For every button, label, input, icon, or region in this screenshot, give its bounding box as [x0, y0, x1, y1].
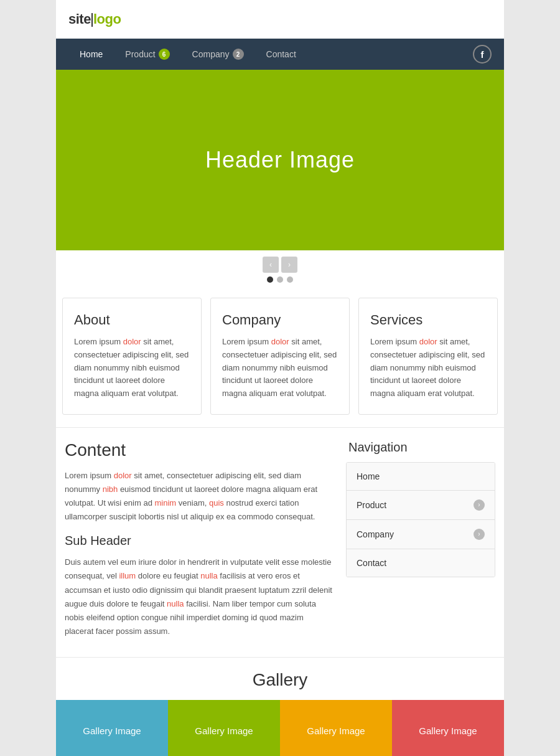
card-services-link[interactable]: dolor: [419, 337, 437, 346]
sidebar-item-company-chevron: ›: [474, 529, 485, 540]
gallery-item-2[interactable]: Gallery Image: [168, 700, 280, 756]
sidebar-item-company-label: Company: [357, 529, 394, 539]
content-link[interactable]: dolor: [114, 471, 132, 480]
gallery-item-3-label: Gallery Image: [307, 725, 365, 736]
content-title: Content: [65, 440, 334, 460]
card-about-link[interactable]: dolor: [123, 337, 141, 346]
page-wrapper: sitelogo Home Product 6 Company 2 Contac…: [56, 0, 504, 756]
sidebar-nav-list: Home Product › Company › Contact: [346, 462, 495, 577]
facebook-icon[interactable]: f: [473, 45, 492, 64]
nav-item-contact[interactable]: Contact: [255, 39, 307, 69]
sidebar-item-home-label: Home: [357, 471, 380, 481]
sidebar-item-product[interactable]: Product ›: [347, 491, 495, 520]
sidebar-nav-title: Navigation: [346, 440, 495, 455]
hero-title: Header Image: [205, 147, 355, 173]
sidebar-item-contact-label: Contact: [357, 558, 386, 568]
slider-arrows: ‹ ›: [263, 257, 297, 273]
site-header: sitelogo: [56, 0, 504, 39]
slider-controls: ‹ ›: [56, 250, 504, 291]
nav-badge-company: 2: [233, 49, 244, 60]
card-about-text: Lorem ipsum dolor sit amet, consectetuer…: [74, 336, 190, 400]
nav-item-product[interactable]: Product 6: [114, 39, 180, 70]
gallery-item-1[interactable]: Gallery Image: [56, 700, 168, 756]
subheader-text: Duis autem vel eum iriure dolor in hendr…: [65, 555, 334, 638]
content-link4[interactable]: quis: [209, 498, 224, 508]
gallery-item-4[interactable]: Gallery Image: [392, 700, 504, 756]
subheader-link3[interactable]: nulla: [167, 599, 184, 608]
nav-items: Home Product 6 Company 2 Contact: [68, 39, 473, 70]
gallery-item-3[interactable]: Gallery Image: [280, 700, 392, 756]
slider-dot-2[interactable]: [277, 276, 283, 283]
gallery-grid: Gallery Image Gallery Image Gallery Imag…: [56, 700, 504, 756]
card-company: Company Lorem ipsum dolor sit amet, cons…: [210, 298, 350, 415]
gallery-item-1-label: Gallery Image: [83, 725, 141, 736]
content-text: Lorem ipsum dolor sit amet, consectetuer…: [65, 469, 334, 524]
nav-item-company-label: Company: [192, 49, 230, 59]
subheader-link1[interactable]: illum: [119, 571, 136, 580]
logo-text: site: [68, 11, 91, 27]
card-services: Services Lorem ipsum dolor sit amet, con…: [358, 298, 498, 415]
sidebar-item-product-label: Product: [357, 500, 386, 510]
nav-item-company[interactable]: Company 2: [181, 39, 255, 70]
main-nav: Home Product 6 Company 2 Contact f: [56, 39, 504, 70]
nav-item-contact-label: Contact: [266, 49, 296, 59]
content-section: Content Lorem ipsum dolor sit amet, cons…: [56, 427, 504, 657]
card-services-text: Lorem ipsum dolor sit amet, consectetuer…: [370, 336, 486, 400]
nav-item-home-label: Home: [80, 49, 103, 59]
gallery-section: Gallery Gallery Image Gallery Image Gall…: [56, 657, 504, 756]
subheader-link2[interactable]: nulla: [200, 571, 217, 580]
card-about: About Lorem ipsum dolor sit amet, consec…: [62, 298, 202, 415]
slider-dot-3[interactable]: [287, 276, 293, 283]
nav-item-home[interactable]: Home: [68, 39, 114, 69]
slider-dot-1[interactable]: [267, 276, 273, 283]
card-about-title: About: [74, 312, 190, 328]
nav-item-product-label: Product: [125, 49, 155, 59]
logo-highlight: logo: [93, 11, 121, 27]
gallery-title: Gallery: [56, 670, 504, 690]
card-company-text: Lorem ipsum dolor sit amet, consectetuer…: [222, 336, 338, 400]
subheader-title: Sub Header: [65, 534, 334, 548]
sidebar-item-product-chevron: ›: [474, 499, 485, 511]
gallery-item-4-label: Gallery Image: [419, 725, 477, 736]
slider-dots: [267, 276, 293, 283]
content-link3[interactable]: minim: [155, 498, 177, 508]
card-company-title: Company: [222, 312, 338, 328]
card-company-link[interactable]: dolor: [271, 337, 289, 346]
slider-prev[interactable]: ‹: [263, 257, 279, 273]
sidebar-item-company[interactable]: Company ›: [347, 520, 495, 549]
nav-badge-product: 6: [159, 49, 170, 60]
content-main: Content Lorem ipsum dolor sit amet, cons…: [65, 440, 334, 638]
gallery-item-2-label: Gallery Image: [195, 725, 253, 736]
content-link2[interactable]: nibh: [103, 484, 118, 494]
nav-social: f: [473, 45, 492, 64]
cards-section: About Lorem ipsum dolor sit amet, consec…: [56, 291, 504, 427]
card-services-title: Services: [370, 312, 486, 328]
logo-separator: [91, 13, 93, 27]
site-logo: sitelogo: [68, 11, 121, 27]
content-nav: Navigation Home Product › Company › Cont…: [346, 440, 495, 638]
slider-next[interactable]: ›: [281, 257, 297, 273]
sidebar-item-home[interactable]: Home: [347, 463, 495, 491]
sidebar-item-contact[interactable]: Contact: [347, 549, 495, 577]
hero-slider: Header Image: [56, 70, 504, 250]
